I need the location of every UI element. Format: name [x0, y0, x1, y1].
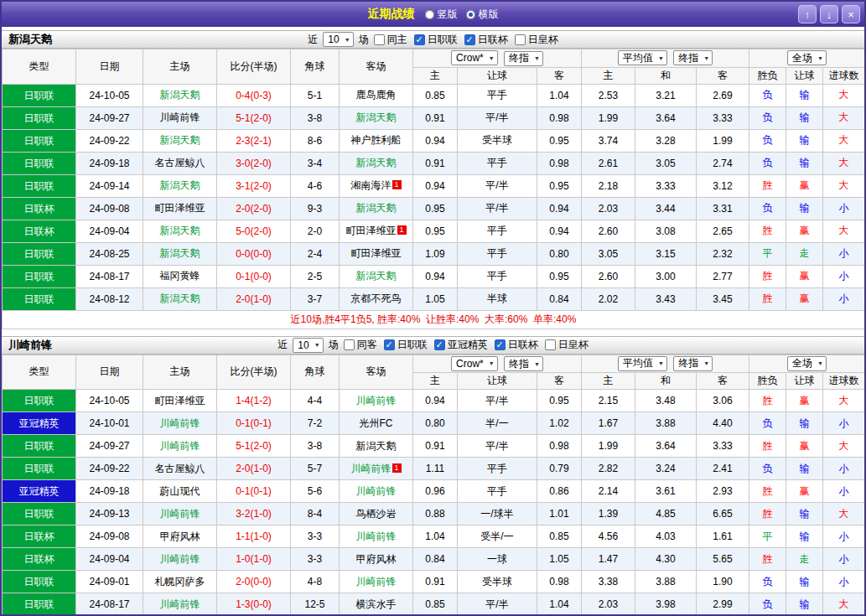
away-team[interactable]: 光州FC [340, 412, 413, 435]
away-team[interactable]: 横滨水手 [340, 593, 413, 616]
result-scope-select[interactable]: 全场▼ [787, 50, 827, 65]
home-team[interactable]: 福冈黄蜂 [143, 265, 217, 287]
home-team[interactable]: 新潟天鹅 [143, 129, 217, 152]
filter-checkbox-j1-league[interactable]: ✓日职联 [384, 338, 428, 352]
home-team-name[interactable]: 川崎前锋 [160, 440, 200, 452]
away-team-name[interactable]: 川崎前锋 [356, 395, 397, 406]
away-team[interactable]: 町田泽维亚 [340, 242, 413, 265]
close-button[interactable]: × [842, 5, 860, 23]
layout-radio-horizontal[interactable]: 横版 [466, 8, 499, 22]
home-team[interactable]: 新潟天鹅 [143, 242, 217, 265]
match-count-select[interactable]: 10▼ [323, 32, 353, 47]
away-team[interactable]: 甲府风林 [340, 548, 413, 571]
away-team-name[interactable]: 神户胜利船 [351, 134, 402, 146]
away-team[interactable]: 新潟天鹅 [340, 435, 413, 458]
euro-odds-source-select[interactable]: 平均值▼ [618, 50, 667, 65]
filter-checkbox-levain-cup[interactable]: ✓日联杯 [495, 338, 538, 352]
away-team[interactable]: 川崎前锋 [340, 390, 413, 412]
checkbox-icon[interactable] [515, 34, 526, 45]
asian-odds-source-select[interactable]: Crow*▼ [451, 50, 498, 65]
home-team[interactable]: 川崎前锋 [143, 593, 217, 616]
checkbox-icon[interactable] [545, 339, 556, 350]
home-team[interactable]: 新潟天鹅 [143, 220, 217, 242]
home-team[interactable]: 川崎前锋 [143, 412, 217, 435]
away-team[interactable]: 新潟天鹅 [340, 265, 413, 287]
away-team[interactable]: 川崎前锋 [340, 525, 413, 548]
radio-icon[interactable] [425, 10, 434, 19]
home-team-name[interactable]: 甲府风林 [160, 531, 200, 542]
result-scope-select[interactable]: 全场▼ [787, 356, 827, 371]
home-team[interactable]: 川崎前锋 [143, 503, 217, 525]
away-team-name[interactable]: 新潟天鹅 [356, 270, 397, 282]
home-team-name[interactable]: 札幌冈萨多 [155, 576, 205, 588]
home-team[interactable]: 新潟天鹅 [143, 174, 217, 197]
home-team[interactable]: 川崎前锋 [143, 435, 217, 458]
away-team[interactable]: 京都不死鸟 [340, 287, 413, 310]
home-team-name[interactable]: 川崎前锋 [160, 553, 200, 565]
asian-odds-source-select[interactable]: Crow*▼ [451, 356, 498, 371]
away-team-name[interactable]: 町田泽维亚 [346, 225, 397, 236]
checkbox-icon[interactable]: ✓ [434, 339, 445, 350]
away-team-name[interactable]: 横滨水手 [356, 598, 397, 610]
home-team-name[interactable]: 新潟天鹅 [160, 247, 200, 259]
filter-checkbox-same-home[interactable]: 同主 [374, 33, 407, 47]
home-team-name[interactable]: 町田泽维亚 [155, 395, 205, 406]
away-team[interactable]: 神户胜利船 [340, 129, 413, 152]
away-team-name[interactable]: 川崎前锋 [351, 463, 392, 474]
home-team-name[interactable]: 新潟天鹅 [160, 225, 200, 236]
home-team[interactable]: 町田泽维亚 [143, 197, 217, 220]
home-team[interactable]: 新潟天鹅 [143, 287, 217, 310]
away-team[interactable]: 湘南海洋1 [340, 174, 413, 197]
away-team[interactable]: 町田泽维亚1 [340, 220, 413, 242]
filter-checkbox-acl-elite[interactable]: ✓亚冠精英 [434, 338, 488, 352]
home-team[interactable]: 新潟天鹅 [143, 84, 217, 106]
home-team-name[interactable]: 名古屋鲸八 [155, 463, 205, 474]
away-team-name[interactable]: 鹿岛鹿角 [356, 89, 397, 101]
home-team[interactable]: 川崎前锋 [143, 548, 217, 571]
match-count-select[interactable]: 10▼ [293, 338, 323, 353]
move-up-button[interactable]: ↑ [798, 5, 817, 23]
home-team-name[interactable]: 川崎前锋 [160, 417, 200, 429]
checkbox-icon[interactable]: ✓ [495, 339, 506, 350]
home-team[interactable]: 甲府风林 [143, 525, 217, 548]
away-team-name[interactable]: 湘南海洋 [351, 179, 392, 191]
away-team[interactable]: 鹿岛鹿角 [340, 84, 413, 106]
home-team-name[interactable]: 町田泽维亚 [155, 202, 205, 214]
home-team-name[interactable]: 新潟天鹅 [160, 292, 200, 304]
away-team-name[interactable]: 新潟天鹅 [356, 157, 397, 168]
away-team-name[interactable]: 川崎前锋 [356, 531, 397, 542]
away-team[interactable]: 川崎前锋 [340, 571, 413, 593]
home-team[interactable]: 名古屋鲸八 [143, 152, 217, 174]
home-team-name[interactable]: 川崎前锋 [160, 508, 200, 520]
away-team[interactable]: 新潟天鹅 [340, 197, 413, 220]
move-down-button[interactable]: ↓ [820, 5, 838, 23]
home-team-name[interactable]: 新潟天鹅 [160, 179, 200, 191]
away-team[interactable]: 川崎前锋1 [340, 458, 413, 480]
euro-odds-time-select[interactable]: 终指▼ [673, 50, 713, 65]
checkbox-icon[interactable] [344, 339, 355, 350]
filter-checkbox-levain-cup[interactable]: ✓日联杯 [464, 33, 508, 47]
away-team-name[interactable]: 川崎前锋 [356, 576, 397, 588]
euro-odds-source-select[interactable]: 平均值▼ [618, 356, 667, 371]
filter-checkbox-emperors-cup[interactable]: 日皇杯 [545, 338, 589, 352]
away-team-name[interactable]: 甲府风林 [356, 553, 397, 565]
away-team-name[interactable]: 鸟栖沙岩 [356, 508, 397, 520]
asian-odds-time-select[interactable]: 终指▼ [504, 51, 543, 66]
away-team-name[interactable]: 新潟天鹅 [356, 440, 397, 452]
away-team-name[interactable]: 川崎前锋 [356, 485, 397, 497]
away-team-name[interactable]: 新潟天鹅 [356, 202, 397, 214]
home-team[interactable]: 町田泽维亚 [143, 390, 217, 412]
home-team[interactable]: 蔚山现代 [143, 480, 217, 503]
home-team-name[interactable]: 蔚山现代 [160, 485, 200, 497]
home-team[interactable]: 川崎前锋 [143, 106, 217, 129]
checkbox-icon[interactable]: ✓ [414, 34, 425, 45]
away-team-name[interactable]: 町田泽维亚 [351, 247, 402, 259]
away-team[interactable]: 新潟天鹅 [340, 106, 413, 129]
filter-checkbox-emperors-cup[interactable]: 日皇杯 [515, 33, 558, 47]
checkbox-icon[interactable]: ✓ [384, 339, 395, 350]
away-team[interactable]: 鸟栖沙岩 [340, 503, 413, 525]
away-team-name[interactable]: 京都不死鸟 [351, 292, 402, 304]
home-team-name[interactable]: 新潟天鹅 [160, 89, 200, 101]
home-team-name[interactable]: 川崎前锋 [160, 598, 200, 610]
filter-checkbox-same-away[interactable]: 同客 [344, 338, 377, 352]
